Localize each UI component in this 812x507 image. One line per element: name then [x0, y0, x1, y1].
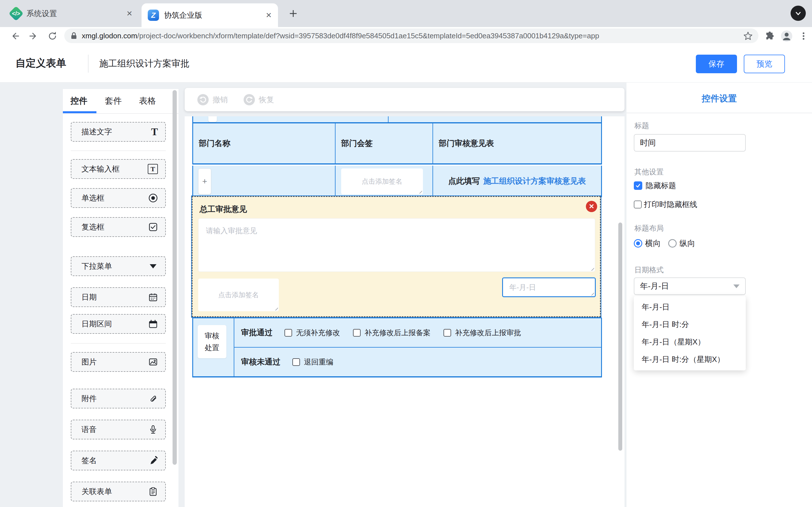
hide-title-checkbox-row[interactable]: 隐藏标题: [634, 180, 676, 191]
review-label-box[interactable]: 审核 处置: [198, 325, 226, 358]
glodon-green-logo-icon: </>: [8, 6, 24, 21]
kebab-menu-icon: [799, 31, 808, 41]
delete-section-button[interactable]: ✕: [586, 201, 597, 212]
browser-menu-button[interactable]: [797, 29, 810, 43]
review-table-link[interactable]: 施工组织设计方案审核意见表: [483, 176, 586, 186]
menu-option[interactable]: 年-月-日: [634, 298, 746, 316]
browser-profile-badge[interactable]: [791, 6, 806, 21]
checkbox-icon: [148, 222, 158, 232]
resize-handle-icon[interactable]: [590, 267, 594, 271]
signature-box[interactable]: 点击添加签名: [341, 168, 423, 194]
calendar-range-icon: [148, 319, 158, 329]
add-row-button[interactable]: +: [198, 168, 211, 194]
date-format-select[interactable]: 年-月-日: [634, 277, 746, 295]
undo-icon: [197, 94, 209, 105]
cell-review-table[interactable]: 点此填写 施工组织设计方案审核意见表: [433, 166, 601, 196]
menu-option[interactable]: 年-月-日 时:分: [634, 316, 746, 333]
widget-item-signature[interactable]: 签名: [71, 451, 166, 470]
form-title: 施工组织设计方案审批: [99, 57, 190, 70]
title-input[interactable]: 时间: [634, 134, 746, 152]
back-button[interactable]: [8, 29, 21, 43]
widget-item-dropdown[interactable]: 下拉菜单: [71, 256, 166, 276]
screen: </> 系统设置 ✕ Z 协筑企业版 ✕: [0, 0, 812, 507]
tab-label: 系统设置: [27, 8, 123, 18]
forward-button[interactable]: [27, 29, 41, 43]
chief-engineer-approval-section[interactable]: 总工审批意见 ✕ 请输入审批意见 点击添加签名 年-月-日: [192, 196, 601, 317]
resize-handle-icon[interactable]: [274, 306, 278, 311]
resize-handle-icon[interactable]: [418, 189, 422, 193]
checkbox-unchecked-icon[interactable]: [634, 201, 642, 209]
date-format-dropdown-menu: 年-月-日 年-月-日 时:分 年-月-日（星期X） 年-月-日 时:分（星期X…: [634, 296, 746, 371]
widget-item-description-text[interactable]: 描述文字 T: [71, 122, 166, 142]
widget-item-attachment[interactable]: 附件: [71, 389, 166, 408]
title-layout-label: 标题布局: [635, 223, 664, 233]
checkbox-checked-icon[interactable]: [634, 181, 642, 190]
reload-button[interactable]: [46, 29, 59, 43]
close-tab-icon[interactable]: ✕: [126, 9, 133, 18]
review-fail-row: 审核未通过 退回重编: [234, 348, 601, 376]
back-arrow-icon: [10, 31, 20, 41]
hide-border-checkbox-row[interactable]: 打印时隐藏框线: [634, 200, 697, 210]
form-design-area: 部门名称 部门会签 部门审核意见表 + 点击添加签名 点此填写: [185, 116, 624, 507]
checkbox-no-revision[interactable]: [285, 329, 292, 337]
tab-controls[interactable]: 控件: [70, 95, 87, 107]
table-body-row[interactable]: + 点击添加签名 点此填写 施工组织设计方案审核意见表: [192, 166, 602, 197]
approval-comment-textarea[interactable]: 请输入审批意见: [198, 218, 595, 272]
widget-item-date[interactable]: 日期: [71, 287, 166, 307]
widget-item-text-input[interactable]: 文本输入框 T: [71, 159, 166, 179]
sidebar-scrollbar[interactable]: [172, 90, 177, 465]
menu-option[interactable]: 年-月-日 时:分（星期X）: [634, 351, 746, 368]
url-bar[interactable]: xmgl.glodon.com/project-doc/workbench/xf…: [64, 29, 758, 43]
checkbox-revise-then-approve[interactable]: [444, 329, 451, 337]
new-tab-button[interactable]: [286, 6, 301, 21]
form-canvas: 撤销 恢复 部门名称 部门会签: [185, 88, 624, 507]
checkbox-return-rewrite[interactable]: [292, 358, 300, 366]
radio-unselected-icon[interactable]: [668, 239, 677, 247]
widget-item-image[interactable]: 图片: [71, 352, 166, 372]
header-cell-department-countersign[interactable]: 部门会签: [336, 123, 433, 163]
section-title: 总工审批意见: [200, 204, 247, 215]
date-format-label: 日期格式: [635, 265, 664, 275]
bookmark-star-icon[interactable]: [743, 31, 753, 41]
fill-review-line: 点此填写 施工组织设计方案审核意见表: [433, 166, 601, 196]
undo-button[interactable]: 撤销: [197, 94, 228, 105]
cell-department-countersign[interactable]: 点击添加签名: [336, 166, 433, 196]
header-cell-department-review-table[interactable]: 部门审核意见表: [433, 123, 601, 163]
canvas-scrollbar[interactable]: [618, 223, 622, 451]
review-disposition-section[interactable]: 审核 处置 审批通过 无须补充修改 补充修改后上报备案 补充修改后上报审批: [192, 318, 602, 378]
title-layout-radios: 横向 纵向: [634, 238, 695, 249]
browser-avatar[interactable]: [780, 29, 794, 43]
preview-button[interactable]: 预览: [744, 55, 785, 73]
radio-selected-icon[interactable]: [634, 239, 642, 247]
resize-handle-icon[interactable]: [590, 291, 594, 295]
save-button[interactable]: 保存: [696, 55, 737, 73]
close-icon: ✕: [589, 203, 594, 210]
close-tab-icon[interactable]: ✕: [266, 11, 272, 20]
lock-icon: [70, 32, 78, 40]
chevron-down-icon: [733, 284, 740, 288]
checkbox-revise-then-file[interactable]: [353, 329, 361, 337]
widget-item-checkbox[interactable]: 复选框: [71, 217, 166, 237]
review-options-area: 审批通过 无须补充修改 补充修改后上报备案 补充修改后上报审批 审核未通过 退回…: [234, 318, 601, 376]
tab-kits[interactable]: 套件: [105, 95, 122, 107]
widget-item-related-form[interactable]: 关联表单: [71, 482, 166, 501]
widget-item-radio[interactable]: 单选框: [71, 188, 166, 208]
tab-xiezhu-enterprise[interactable]: Z 协筑企业版 ✕: [142, 3, 278, 27]
signature-box[interactable]: 点击添加签名: [198, 279, 279, 311]
clipped-widget: [208, 116, 217, 122]
redo-button[interactable]: 恢复: [244, 94, 274, 105]
widget-item-voice[interactable]: 语音: [71, 420, 166, 439]
menu-option[interactable]: 年-月-日（星期X）: [634, 333, 746, 351]
other-settings-label: 其他设置: [635, 167, 664, 177]
widget-item-date-range[interactable]: 日期区间: [71, 314, 166, 334]
extensions-button[interactable]: [763, 29, 776, 43]
text-icon: T: [151, 126, 158, 138]
tab-tables[interactable]: 表格: [139, 95, 156, 107]
cell-department-name[interactable]: +: [193, 166, 336, 196]
browser-toolbar: xmgl.glodon.com/project-doc/workbench/xf…: [0, 27, 812, 45]
date-field-selected[interactable]: 年-月-日: [502, 277, 596, 297]
header-cell-department-name[interactable]: 部门名称: [193, 123, 336, 163]
tab-system-settings[interactable]: </> 系统设置 ✕: [5, 4, 138, 23]
text-input-icon: T: [148, 164, 158, 174]
table-header-row[interactable]: 部门名称 部门会签 部门审核意见表: [192, 123, 602, 165]
